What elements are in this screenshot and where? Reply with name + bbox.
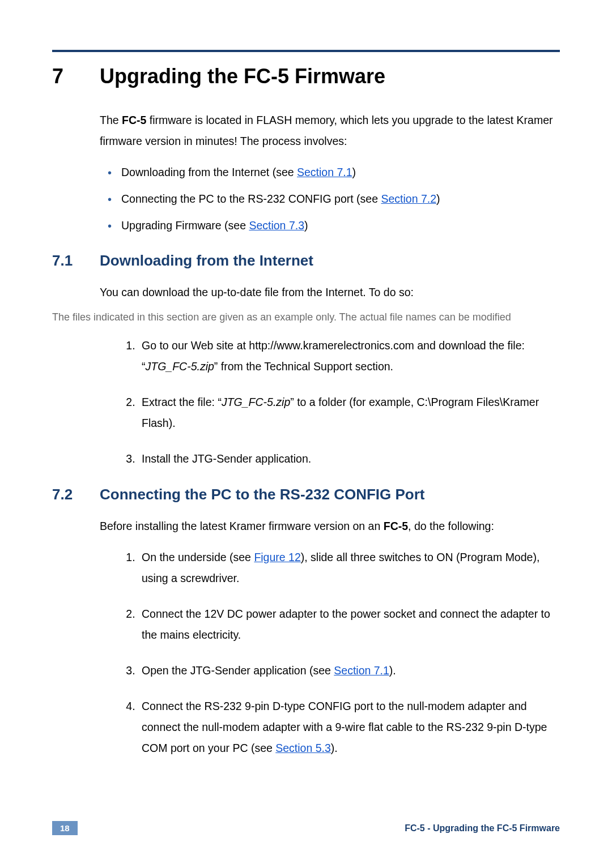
step-pre: Install the JTG-Sender application.: [142, 452, 311, 465]
bullet-suffix: ): [436, 193, 440, 205]
step-link[interactable]: Figure 12: [254, 551, 300, 563]
intro-bullets: Downloading from the Internet (see Secti…: [100, 162, 560, 236]
sub1-note: The files indicated in this section are …: [52, 310, 560, 325]
bullet-link[interactable]: Section 7.2: [381, 193, 436, 205]
bullet-suffix: ): [304, 219, 308, 232]
subsection-number: 7.1: [52, 252, 100, 270]
subsection-heading: 7.2 Connecting the PC to the RS-232 CONF…: [52, 486, 560, 503]
bullet-item: Upgrading Firmware (see Section 7.3): [121, 215, 560, 236]
intro-rest: firmware is located in FLASH memory, whi…: [100, 114, 552, 147]
sub1-intro: You can download the up-to-date file fro…: [100, 282, 560, 303]
bullet-link[interactable]: Section 7.3: [249, 219, 304, 232]
step-post: ” from the Technical Support section.: [214, 360, 393, 373]
list-item: Connect the 12V DC power adapter to the …: [138, 604, 560, 645]
step-post: ).: [389, 664, 396, 677]
footer-title: FC-5 - Upgrading the FC-5 Firmware: [405, 823, 560, 833]
page-footer: 18 FC-5 - Upgrading the FC-5 Firmware: [52, 821, 560, 835]
step-italic: JTG_FC-5.zip: [222, 396, 290, 408]
list-item: Connect the RS-232 9-pin D-type CONFIG p…: [138, 696, 560, 759]
bullet-suffix: ): [352, 166, 356, 178]
sub2-intro-pre: Before installing the latest Kramer firm…: [100, 520, 384, 532]
list-item: Open the JTG-Sender application (see Sec…: [138, 660, 560, 681]
intro-paragraph: The FC-5 firmware is located in FLASH me…: [100, 110, 560, 152]
top-rule: [52, 50, 560, 52]
sub2-intro-bold: FC-5: [384, 520, 408, 532]
bullet-link[interactable]: Section 7.1: [297, 166, 352, 178]
page-content: 7 Upgrading the FC-5 Firmware The FC-5 f…: [0, 0, 612, 759]
subsection-heading: 7.1 Downloading from the Internet: [52, 252, 560, 270]
subsection-title: Connecting the PC to the RS-232 CONFIG P…: [100, 486, 424, 503]
subsection-title: Downloading from the Internet: [100, 252, 313, 270]
bullet-text: Connecting the PC to the RS-232 CONFIG p…: [121, 193, 381, 205]
intro-prefix: The: [100, 114, 122, 126]
step-italic: JTG_FC-5.zip: [146, 360, 214, 373]
page-number-badge: 18: [52, 821, 78, 835]
step-link[interactable]: Section 5.3: [275, 742, 331, 754]
sub2-steps-block: On the underside (see Figure 12), slide …: [100, 547, 560, 759]
section-title: Upgrading the FC-5 Firmware: [100, 65, 385, 88]
step-pre: Open the JTG-Sender application (see: [142, 664, 334, 677]
list-item: On the underside (see Figure 12), slide …: [138, 547, 560, 589]
sub1-steps-block: Go to our Web site at http://www.kramere…: [100, 335, 560, 469]
list-item: Install the JTG-Sender application.: [138, 448, 560, 469]
bullet-item: Downloading from the Internet (see Secti…: [121, 162, 560, 183]
step-pre: On the underside (see: [142, 551, 254, 563]
bullet-text: Upgrading Firmware (see: [121, 219, 249, 232]
step-pre: Extract the file: “: [142, 396, 222, 408]
section-heading: 7 Upgrading the FC-5 Firmware: [52, 65, 560, 88]
intro-model: FC-5: [122, 114, 146, 126]
bullet-item: Connecting the PC to the RS-232 CONFIG p…: [121, 189, 560, 209]
list-item: Extract the file: “JTG_FC-5.zip” to a fo…: [138, 392, 560, 434]
step-pre: Connect the 12V DC power adapter to the …: [142, 608, 550, 641]
step-post: ).: [331, 742, 338, 754]
bullet-text: Downloading from the Internet (see: [121, 166, 297, 178]
sub2-intro-post: , do the following:: [408, 520, 494, 532]
step-pre: Connect the RS-232 9-pin D-type CONFIG p…: [142, 700, 547, 754]
list-item: Go to our Web site at http://www.kramere…: [138, 335, 560, 377]
section-number: 7: [52, 65, 100, 88]
sub2-intro: Before installing the latest Kramer firm…: [100, 516, 560, 537]
subsection-number: 7.2: [52, 486, 100, 503]
step-link[interactable]: Section 7.1: [334, 664, 389, 677]
